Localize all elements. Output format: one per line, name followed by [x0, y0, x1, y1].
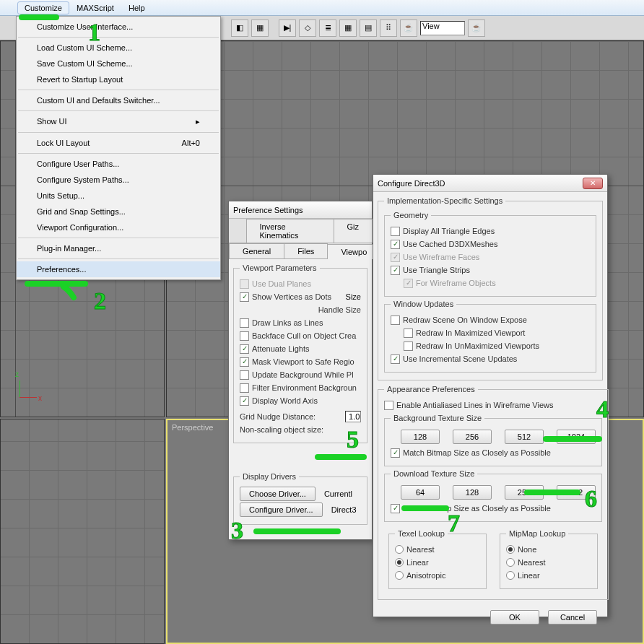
- vp-params-legend: Viewport Parameters: [240, 264, 320, 272]
- display-drivers-group: Display Drivers Choose Driver...Currentl…: [233, 472, 367, 525]
- dd-viewport-config[interactable]: Viewport Configuration...: [17, 219, 220, 235]
- chk-antialias[interactable]: [384, 401, 393, 410]
- drivers-legend: Display Drivers: [240, 472, 299, 481]
- toolbar-btn-2[interactable]: ▦: [251, 19, 269, 37]
- toolbar-btn-1[interactable]: ◧: [231, 19, 248, 37]
- dd-load-scheme[interactable]: Load Custom UI Scheme...: [17, 40, 220, 56]
- choose-driver-button[interactable]: Choose Driver...: [240, 487, 316, 501]
- dd-plugin-mgr[interactable]: Plug-in Manager...: [17, 240, 220, 256]
- dd-preferences[interactable]: Preferences...: [17, 261, 220, 277]
- chk-incremental[interactable]: ✓: [391, 354, 400, 364]
- viewport-bottom-left[interactable]: [0, 419, 165, 644]
- dl-512-button[interactable]: 512: [557, 485, 596, 500]
- customize-dropdown: Customize User Interface... Load Custom …: [16, 16, 221, 280]
- menu-customize[interactable]: Customize: [17, 1, 69, 14]
- texel-legend: Texel Lookup: [395, 529, 448, 538]
- radio-mip-nearest[interactable]: [506, 558, 515, 567]
- dd-save-scheme[interactable]: Save Custom UI Scheme...: [17, 56, 220, 71]
- radio-mip-linear[interactable]: [506, 571, 515, 580]
- preference-settings-dialog: Preference Settings Inverse Kinematics G…: [228, 201, 373, 540]
- bg-128-button[interactable]: 128: [401, 430, 440, 444]
- dd-defaults-switcher[interactable]: Custom UI and Defaults Switcher...: [17, 92, 220, 108]
- d3d-titlebar[interactable]: Configure Direct3D✕: [373, 175, 607, 192]
- chk-redraw-max[interactable]: [404, 328, 413, 338]
- bg-legend: Background Texture Size: [391, 414, 484, 422]
- radio-texel-aniso[interactable]: [395, 571, 404, 580]
- menu-maxscript[interactable]: MAXScript: [69, 1, 121, 14]
- radio-texel-linear[interactable]: [395, 558, 404, 567]
- dd-revert-layout[interactable]: Revert to Startup Layout: [17, 71, 220, 87]
- appear-legend: Appearance Preferences: [384, 385, 478, 393]
- toolbar-btn-grid1[interactable]: ▦: [339, 19, 357, 37]
- dl-128-button[interactable]: 128: [453, 485, 492, 500]
- toolbar-btn-dots[interactable]: ⠿: [380, 19, 397, 37]
- toolbar-btn-teapot2[interactable]: ☕: [468, 19, 485, 37]
- chk-show-vertices[interactable]: ✓: [240, 292, 249, 302]
- chk-triangle-edges[interactable]: [391, 227, 400, 236]
- chk-redraw-expose[interactable]: [391, 316, 400, 325]
- pref-titlebar[interactable]: Preference Settings: [229, 201, 372, 219]
- chk-update-bg[interactable]: [240, 370, 249, 380]
- bg-512-button[interactable]: 512: [505, 430, 544, 444]
- chk-triangle-strips[interactable]: ✓: [391, 266, 400, 275]
- tab-ik[interactable]: Inverse Kinematics: [246, 219, 334, 243]
- radio-texel-nearest[interactable]: [395, 545, 404, 554]
- texel-lookup-group: Texel Lookup Nearest Linear Anisotropic: [388, 529, 487, 589]
- configure-driver-button[interactable]: Configure Driver...: [240, 502, 323, 517]
- chk-draw-links[interactable]: [240, 318, 249, 328]
- bg-256-button[interactable]: 256: [453, 430, 492, 444]
- menubar: Customize MAXScript Help: [0, 0, 644, 16]
- chk-filter-env[interactable]: [240, 383, 249, 393]
- toolbar-btn-teapot1[interactable]: ☕: [400, 19, 417, 37]
- viewport-label: Perspective: [172, 423, 213, 432]
- dd-lock-ui[interactable]: Lock UI LayoutAlt+0: [17, 135, 220, 151]
- chk-mask-viewport[interactable]: ✓: [240, 357, 249, 367]
- menu-help[interactable]: Help: [121, 1, 152, 14]
- cancel-button[interactable]: Cancel: [548, 610, 597, 625]
- chk-cached-meshes[interactable]: ✓: [391, 240, 400, 249]
- mip-legend: MipMap Lookup: [506, 529, 568, 538]
- chk-wireframe-faces: ✓: [391, 253, 400, 262]
- chk-dual-planes: [240, 279, 249, 289]
- impl-legend: Implementation-Specific Settings: [384, 196, 505, 205]
- chk-attenuate-lights[interactable]: ✓: [240, 344, 249, 354]
- chk-backface-cull[interactable]: [240, 331, 249, 341]
- dd-customize-ui[interactable]: Customize User Interface...: [17, 19, 220, 35]
- bg-1024-button[interactable]: 1024: [557, 430, 596, 444]
- chk-dl-match[interactable]: ✓: [391, 504, 400, 513]
- dd-units[interactable]: Units Setup...: [17, 188, 220, 204]
- close-icon[interactable]: ✕: [583, 178, 603, 189]
- dl-legend: Download Texture Size: [391, 469, 477, 478]
- dd-system-paths[interactable]: Configure System Paths...: [17, 172, 220, 188]
- configure-d3d-dialog: Configure Direct3D✕ Implementation-Speci…: [373, 174, 608, 617]
- dl-64-button[interactable]: 64: [401, 485, 440, 500]
- dd-user-paths[interactable]: Configure User Paths...: [17, 156, 220, 172]
- appearance-group: Appearance Preferences Enable Antialiase…: [378, 385, 609, 600]
- dd-show-ui[interactable]: Show UI▸: [17, 113, 220, 130]
- bg-texture-group: Background Texture Size 128 256 512 1024…: [384, 414, 602, 466]
- tab-general[interactable]: General: [229, 243, 284, 258]
- toolbar-btn-grid2[interactable]: ▤: [360, 19, 377, 37]
- geometry-group: Geometry Display All Triangle Edges ✓Use…: [384, 211, 596, 297]
- toolbar-btn-layers[interactable]: ≣: [319, 19, 336, 37]
- dl-256-button[interactable]: 256: [505, 485, 544, 500]
- chk-world-axis[interactable]: ✓: [240, 396, 249, 406]
- ok-button[interactable]: OK: [490, 610, 539, 625]
- win-legend: Window Updates: [391, 300, 456, 308]
- toolbar-btn-eraser[interactable]: ◇: [299, 19, 316, 37]
- chk-bg-match[interactable]: ✓: [391, 448, 400, 458]
- toolbar-btn-play[interactable]: ▶|: [279, 19, 296, 37]
- viewport-parameters-group: Viewport Parameters Use Dual Planes ✓Sho…: [233, 264, 367, 443]
- tab-files[interactable]: Files: [284, 243, 328, 258]
- grid-nudge-input[interactable]: 1.0: [345, 411, 361, 422]
- mipmap-lookup-group: MipMap Lookup None Nearest Linear: [500, 529, 598, 589]
- window-updates-group: Window Updates Redraw Scene On Window Ex…: [384, 300, 596, 373]
- toolbar-view-select[interactable]: View: [420, 21, 465, 35]
- tab-giz[interactable]: Giz: [334, 219, 373, 243]
- radio-mip-none[interactable]: [506, 545, 515, 554]
- dl-texture-group: Download Texture Size 64 128 256 512 ✓Ma…: [384, 469, 602, 522]
- pref-tabs-row1: Inverse Kinematics Giz: [229, 219, 372, 243]
- dd-grid-snap[interactable]: Grid and Snap Settings...: [17, 204, 220, 219]
- pref-tabs-row2: General Files Viewpo: [229, 243, 372, 259]
- chk-redraw-unmax[interactable]: [404, 341, 413, 351]
